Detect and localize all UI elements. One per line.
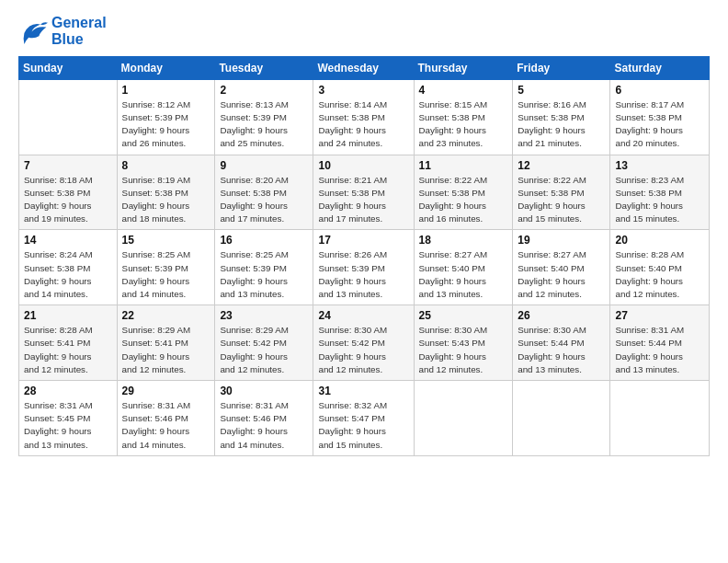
day-number: 30 bbox=[220, 385, 308, 397]
day-number: 18 bbox=[419, 234, 508, 247]
day-info: Sunrise: 8:25 AMSunset: 5:39 PMDaylight:… bbox=[220, 248, 308, 301]
calendar-cell: 26Sunrise: 8:30 AMSunset: 5:44 PMDayligh… bbox=[513, 305, 610, 381]
day-info: Sunrise: 8:30 AMSunset: 5:44 PMDaylight:… bbox=[518, 324, 605, 376]
day-info: Sunrise: 8:17 AMSunset: 5:38 PMDaylight:… bbox=[615, 98, 704, 151]
calendar-cell: 8Sunrise: 8:19 AMSunset: 5:38 PMDaylight… bbox=[117, 155, 215, 230]
calendar-cell: 29Sunrise: 8:31 AMSunset: 5:46 PMDayligh… bbox=[117, 381, 215, 456]
day-number: 25 bbox=[419, 309, 508, 322]
calendar-week-row: 7Sunrise: 8:18 AMSunset: 5:38 PMDaylight… bbox=[19, 155, 710, 230]
day-number: 1 bbox=[122, 84, 210, 97]
header: General Blue bbox=[18, 15, 710, 49]
day-number: 12 bbox=[518, 159, 605, 172]
day-info: Sunrise: 8:30 AMSunset: 5:43 PMDaylight:… bbox=[419, 324, 508, 376]
day-info: Sunrise: 8:31 AMSunset: 5:44 PMDaylight:… bbox=[615, 324, 704, 376]
day-info: Sunrise: 8:27 AMSunset: 5:40 PMDaylight:… bbox=[518, 248, 605, 301]
day-info: Sunrise: 8:26 AMSunset: 5:39 PMDaylight:… bbox=[318, 248, 408, 301]
calendar-cell bbox=[414, 381, 513, 456]
day-info: Sunrise: 8:12 AMSunset: 5:39 PMDaylight:… bbox=[122, 98, 210, 151]
day-info: Sunrise: 8:20 AMSunset: 5:38 PMDaylight:… bbox=[220, 174, 308, 226]
day-info: Sunrise: 8:28 AMSunset: 5:40 PMDaylight:… bbox=[615, 248, 704, 301]
day-number: 28 bbox=[24, 385, 112, 397]
day-number: 26 bbox=[518, 309, 605, 322]
day-number: 23 bbox=[220, 309, 308, 322]
calendar-cell: 28Sunrise: 8:31 AMSunset: 5:45 PMDayligh… bbox=[19, 381, 118, 456]
day-number: 13 bbox=[615, 159, 704, 172]
weekday-header-tuesday: Tuesday bbox=[215, 56, 313, 79]
calendar-cell bbox=[19, 79, 118, 155]
calendar-cell: 27Sunrise: 8:31 AMSunset: 5:44 PMDayligh… bbox=[610, 305, 710, 381]
calendar-cell: 1Sunrise: 8:12 AMSunset: 5:39 PMDaylight… bbox=[117, 79, 215, 155]
day-info: Sunrise: 8:28 AMSunset: 5:41 PMDaylight:… bbox=[24, 324, 112, 376]
day-number: 15 bbox=[122, 234, 210, 247]
calendar-cell: 9Sunrise: 8:20 AMSunset: 5:38 PMDaylight… bbox=[215, 155, 313, 230]
calendar-cell: 6Sunrise: 8:17 AMSunset: 5:38 PMDaylight… bbox=[610, 79, 710, 155]
weekday-header-sunday: Sunday bbox=[19, 56, 118, 79]
day-info: Sunrise: 8:13 AMSunset: 5:39 PMDaylight:… bbox=[220, 98, 308, 151]
day-number: 8 bbox=[122, 159, 210, 172]
calendar-cell: 10Sunrise: 8:21 AMSunset: 5:38 PMDayligh… bbox=[313, 155, 414, 230]
calendar-cell bbox=[513, 381, 610, 456]
day-number: 2 bbox=[220, 84, 308, 97]
day-number: 16 bbox=[220, 234, 308, 247]
day-info: Sunrise: 8:21 AMSunset: 5:38 PMDaylight:… bbox=[318, 174, 408, 226]
weekday-header-thursday: Thursday bbox=[414, 56, 513, 79]
day-info: Sunrise: 8:29 AMSunset: 5:42 PMDaylight:… bbox=[220, 324, 308, 376]
calendar-week-row: 21Sunrise: 8:28 AMSunset: 5:41 PMDayligh… bbox=[19, 305, 710, 381]
calendar-cell bbox=[610, 381, 710, 456]
day-number: 17 bbox=[318, 234, 408, 247]
day-info: Sunrise: 8:27 AMSunset: 5:40 PMDaylight:… bbox=[419, 248, 508, 301]
calendar-cell: 23Sunrise: 8:29 AMSunset: 5:42 PMDayligh… bbox=[215, 305, 313, 381]
calendar-cell: 12Sunrise: 8:22 AMSunset: 5:38 PMDayligh… bbox=[513, 155, 610, 230]
day-info: Sunrise: 8:32 AMSunset: 5:47 PMDaylight:… bbox=[318, 399, 408, 452]
calendar-cell: 5Sunrise: 8:16 AMSunset: 5:38 PMDaylight… bbox=[513, 79, 610, 155]
calendar-cell: 7Sunrise: 8:18 AMSunset: 5:38 PMDaylight… bbox=[19, 155, 118, 230]
day-number: 7 bbox=[24, 159, 112, 172]
day-number: 22 bbox=[122, 309, 210, 322]
calendar-cell: 31Sunrise: 8:32 AMSunset: 5:47 PMDayligh… bbox=[313, 381, 414, 456]
day-number: 5 bbox=[518, 84, 605, 97]
calendar-cell: 18Sunrise: 8:27 AMSunset: 5:40 PMDayligh… bbox=[414, 230, 513, 305]
weekday-header-row: SundayMondayTuesdayWednesdayThursdayFrid… bbox=[19, 56, 710, 79]
weekday-header-monday: Monday bbox=[117, 56, 215, 79]
calendar-cell: 16Sunrise: 8:25 AMSunset: 5:39 PMDayligh… bbox=[215, 230, 313, 305]
day-number: 21 bbox=[24, 309, 112, 322]
calendar-cell: 19Sunrise: 8:27 AMSunset: 5:40 PMDayligh… bbox=[513, 230, 610, 305]
day-number: 9 bbox=[220, 159, 308, 172]
calendar-cell: 3Sunrise: 8:14 AMSunset: 5:38 PMDaylight… bbox=[313, 79, 414, 155]
day-info: Sunrise: 8:25 AMSunset: 5:39 PMDaylight:… bbox=[122, 248, 210, 301]
calendar-week-row: 14Sunrise: 8:24 AMSunset: 5:38 PMDayligh… bbox=[19, 230, 710, 305]
day-number: 31 bbox=[318, 385, 408, 397]
page-container: General Blue SundayMondayTuesdayWednesda… bbox=[0, 0, 728, 465]
logo-bird-icon bbox=[18, 18, 48, 44]
calendar-cell: 11Sunrise: 8:22 AMSunset: 5:38 PMDayligh… bbox=[414, 155, 513, 230]
day-info: Sunrise: 8:23 AMSunset: 5:38 PMDaylight:… bbox=[615, 174, 704, 226]
calendar-cell: 13Sunrise: 8:23 AMSunset: 5:38 PMDayligh… bbox=[610, 155, 710, 230]
calendar-cell: 2Sunrise: 8:13 AMSunset: 5:39 PMDaylight… bbox=[215, 79, 313, 155]
logo-text: General Blue bbox=[51, 15, 107, 49]
day-info: Sunrise: 8:29 AMSunset: 5:41 PMDaylight:… bbox=[122, 324, 210, 376]
day-info: Sunrise: 8:22 AMSunset: 5:38 PMDaylight:… bbox=[419, 174, 508, 226]
calendar-week-row: 28Sunrise: 8:31 AMSunset: 5:45 PMDayligh… bbox=[19, 381, 710, 456]
day-number: 20 bbox=[615, 234, 704, 247]
day-number: 4 bbox=[419, 84, 508, 97]
day-number: 14 bbox=[24, 234, 112, 247]
day-info: Sunrise: 8:22 AMSunset: 5:38 PMDaylight:… bbox=[518, 174, 605, 226]
calendar-cell: 14Sunrise: 8:24 AMSunset: 5:38 PMDayligh… bbox=[19, 230, 118, 305]
day-number: 29 bbox=[122, 385, 210, 397]
day-info: Sunrise: 8:30 AMSunset: 5:42 PMDaylight:… bbox=[318, 324, 408, 376]
calendar-cell: 17Sunrise: 8:26 AMSunset: 5:39 PMDayligh… bbox=[313, 230, 414, 305]
calendar-cell: 22Sunrise: 8:29 AMSunset: 5:41 PMDayligh… bbox=[117, 305, 215, 381]
day-info: Sunrise: 8:31 AMSunset: 5:46 PMDaylight:… bbox=[122, 399, 210, 452]
calendar-cell: 24Sunrise: 8:30 AMSunset: 5:42 PMDayligh… bbox=[313, 305, 414, 381]
calendar-cell: 30Sunrise: 8:31 AMSunset: 5:46 PMDayligh… bbox=[215, 381, 313, 456]
day-info: Sunrise: 8:18 AMSunset: 5:38 PMDaylight:… bbox=[24, 174, 112, 226]
calendar-cell: 21Sunrise: 8:28 AMSunset: 5:41 PMDayligh… bbox=[19, 305, 118, 381]
day-number: 10 bbox=[318, 159, 408, 172]
day-info: Sunrise: 8:19 AMSunset: 5:38 PMDaylight:… bbox=[122, 174, 210, 226]
day-info: Sunrise: 8:14 AMSunset: 5:38 PMDaylight:… bbox=[318, 98, 408, 151]
day-info: Sunrise: 8:31 AMSunset: 5:45 PMDaylight:… bbox=[24, 399, 112, 452]
weekday-header-saturday: Saturday bbox=[610, 56, 710, 79]
calendar-table: SundayMondayTuesdayWednesdayThursdayFrid… bbox=[18, 56, 710, 456]
day-number: 11 bbox=[419, 159, 508, 172]
day-info: Sunrise: 8:24 AMSunset: 5:38 PMDaylight:… bbox=[24, 248, 112, 301]
